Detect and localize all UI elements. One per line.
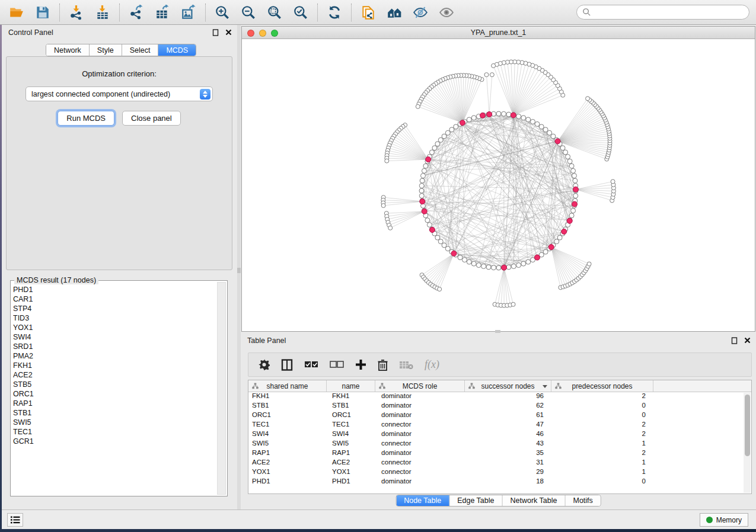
table-tab-motifs[interactable]: Motifs: [565, 495, 600, 506]
mcds-result-item[interactable]: RAP1: [13, 399, 215, 408]
table-row[interactable]: SWI4SWI4dominator462: [248, 430, 751, 440]
table-tab-edge-table[interactable]: Edge Table: [449, 495, 502, 506]
deselect-all-rows-button[interactable]: [330, 357, 344, 373]
mcds-result-item[interactable]: GCR1: [13, 437, 215, 446]
cell-name: ACE2: [327, 459, 375, 468]
clone-network-button[interactable]: [359, 4, 377, 21]
float-table-panel-button[interactable]: [731, 336, 738, 344]
memory-button[interactable]: Memory: [700, 513, 748, 527]
tab-mcds[interactable]: MCDS: [158, 44, 196, 56]
column-header-predecessor-nodes[interactable]: predecessor nodes: [551, 380, 653, 392]
close-panel-button[interactable]: [225, 28, 232, 36]
network-window: YPA_prune.txt_1: [241, 26, 755, 332]
table-row[interactable]: FKH1FKH1dominator962: [248, 392, 751, 402]
table-row[interactable]: SWI5SWI5connector431: [248, 440, 751, 449]
table-row[interactable]: PHD1PHD1dominator180: [248, 477, 751, 487]
mcds-result-item[interactable]: STP4: [13, 304, 215, 313]
column-header-label: predecessor nodes: [572, 382, 632, 390]
mcds-result-item[interactable]: STB5: [13, 380, 215, 389]
trash-icon: [378, 359, 388, 371]
float-panel-button[interactable]: [212, 28, 219, 36]
delete-column-button[interactable]: [378, 357, 388, 373]
create-column-button[interactable]: [355, 357, 366, 373]
zoom-in-button[interactable]: [213, 4, 231, 21]
table-scrollbar-thumb[interactable]: [745, 395, 750, 456]
window-minimize-button[interactable]: [259, 30, 266, 37]
show-all-button[interactable]: [438, 4, 455, 21]
window-close-button[interactable]: [247, 30, 254, 37]
delete-table-button[interactable]: [399, 357, 413, 373]
tab-select[interactable]: Select: [122, 44, 159, 56]
column-header-label: name: [342, 382, 359, 390]
mcds-result-item[interactable]: PMA2: [13, 351, 215, 361]
mcds-result-item[interactable]: ACE2: [13, 370, 215, 380]
network-window-titlebar[interactable]: YPA_prune.txt_1: [242, 27, 755, 39]
table-row[interactable]: ORC1ORC1dominator610: [248, 411, 751, 421]
search-input[interactable]: [591, 7, 749, 18]
table-scrollbar[interactable]: [744, 393, 751, 493]
export-table-button[interactable]: [154, 4, 171, 21]
table-tab-node-table[interactable]: Node Table: [396, 495, 449, 506]
columns-icon: [281, 359, 293, 371]
close-mcds-panel-button[interactable]: Close panel: [122, 111, 181, 126]
mcds-result-item[interactable]: PHD1: [13, 285, 215, 294]
column-header-MCDS-role[interactable]: MCDS role: [375, 380, 465, 392]
mcds-result-item[interactable]: TID3: [13, 313, 215, 323]
table-row[interactable]: STB1STB1dominator620: [248, 402, 751, 411]
cell-shared-name: PHD1: [248, 477, 327, 487]
run-mcds-button[interactable]: Run MCDS: [58, 111, 114, 126]
save-session-button[interactable]: [34, 4, 52, 21]
mcds-result-item[interactable]: ORC1: [13, 389, 215, 399]
table-row[interactable]: ACE2ACE2connector311: [248, 459, 751, 468]
zoom-fit-button[interactable]: [266, 4, 283, 21]
mcds-result-item[interactable]: YOX1: [13, 323, 215, 332]
hide-selected-button[interactable]: [412, 4, 429, 21]
table-panel: Table Panel f(x) shared namenameMCDS rol…: [241, 333, 756, 508]
task-history-button[interactable]: [7, 513, 23, 527]
mcds-result-item[interactable]: SWI5: [13, 418, 215, 427]
mcds-result-item[interactable]: STB1: [13, 408, 215, 418]
open-session-button[interactable]: [8, 4, 25, 21]
table-tab-network-table[interactable]: Network Table: [503, 495, 566, 506]
refresh-layout-button[interactable]: [326, 4, 343, 21]
mcds-result-item[interactable]: SWI4: [13, 332, 215, 342]
network-view[interactable]: [242, 39, 755, 331]
home-button[interactable]: [385, 4, 403, 21]
cell-MCDS-role: dominator: [375, 411, 465, 421]
fx-icon: f(x): [425, 358, 439, 371]
select-all-rows-button[interactable]: [304, 357, 318, 373]
zoom-selected-button[interactable]: [292, 4, 310, 21]
table-settings-button[interactable]: [259, 357, 270, 373]
zoom-in-icon: [215, 5, 230, 20]
show-columns-button[interactable]: [281, 357, 293, 373]
import-network-button[interactable]: [68, 4, 85, 21]
export-image-button[interactable]: [180, 4, 197, 21]
search-icon: [582, 8, 591, 17]
cell-shared-name: YOX1: [248, 468, 327, 477]
result-list-scrollbar[interactable]: [217, 282, 226, 495]
close-icon: [225, 29, 232, 36]
column-header-successor-nodes[interactable]: successor nodes: [465, 380, 551, 392]
import-table-button[interactable]: [94, 4, 111, 21]
table-row[interactable]: TEC1TEC1connector472: [248, 421, 751, 430]
column-header-shared-name[interactable]: shared name: [248, 380, 327, 392]
mcds-result-item[interactable]: CAR1: [13, 294, 215, 304]
clone-network-icon: [361, 5, 376, 20]
optimization-select[interactable]: largest connected component (undirected): [25, 86, 213, 101]
column-header-name[interactable]: name: [327, 380, 375, 392]
mcds-result-item[interactable]: FKH1: [13, 361, 215, 370]
function-builder-button[interactable]: f(x): [425, 357, 439, 373]
zoom-out-button[interactable]: [240, 4, 257, 21]
export-network-button[interactable]: [127, 4, 145, 21]
search-box: [576, 5, 749, 20]
mcds-result-item[interactable]: SRD1: [13, 342, 215, 351]
table-row[interactable]: RAP1RAP1dominator352: [248, 449, 751, 459]
mcds-result-item[interactable]: TEC1: [13, 427, 215, 437]
tab-network[interactable]: Network: [46, 44, 90, 56]
table-row[interactable]: YOX1YOX1connector291: [248, 468, 751, 477]
close-table-panel-button[interactable]: [744, 336, 751, 344]
window-zoom-button[interactable]: [271, 30, 278, 37]
cell-name: FKH1: [327, 392, 375, 402]
import-network-icon: [69, 5, 84, 20]
tab-style[interactable]: Style: [90, 44, 122, 56]
